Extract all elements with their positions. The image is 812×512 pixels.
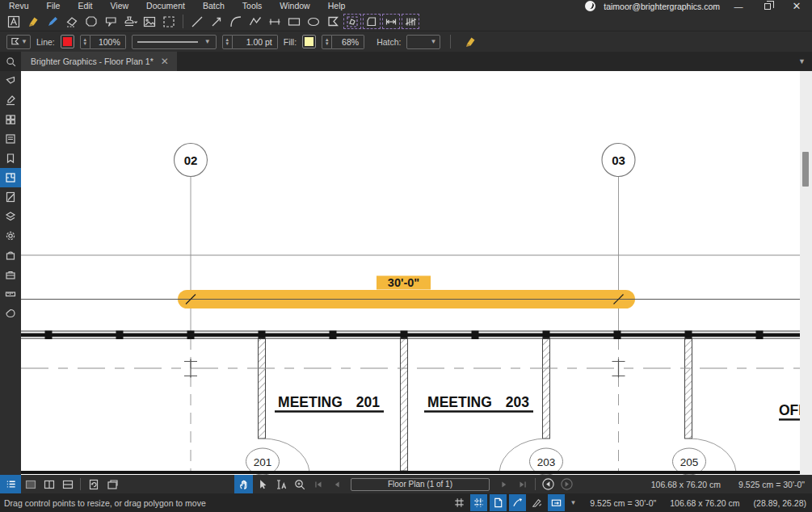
grid-bubble-03-label: 03: [612, 153, 625, 167]
status-coordinates: (28.89, 26.28): [754, 498, 806, 508]
snap-to-grid-toggle[interactable]: [470, 494, 487, 511]
line-opacity-stepper[interactable]: ▲▼ 100%: [80, 35, 126, 49]
measure-count-tool[interactable]: [401, 13, 420, 30]
menu-help[interactable]: Help: [319, 0, 355, 12]
line-opacity-value[interactable]: 100%: [90, 35, 126, 49]
previous-view-button[interactable]: [539, 475, 557, 493]
eraser-tool[interactable]: [62, 13, 82, 30]
panel-markups[interactable]: [0, 187, 21, 207]
last-page-button[interactable]: [513, 475, 532, 493]
tab-close-icon[interactable]: ✕: [161, 56, 169, 67]
line-width-stepper[interactable]: ▲▼ 1.00 pt: [222, 35, 278, 49]
select-tool-button[interactable]: [253, 475, 271, 493]
image-tool[interactable]: [140, 13, 159, 30]
previous-page-button[interactable]: [327, 475, 346, 493]
minimize-button[interactable]: —: [728, 1, 749, 11]
stepper-arrows-icon[interactable]: ▲▼: [222, 35, 233, 49]
line-style-dropdown[interactable]: ▼: [132, 35, 217, 49]
tab-list-chevron-icon[interactable]: ▼: [798, 57, 812, 65]
select-text-button[interactable]: [271, 475, 290, 493]
stepper-arrows-icon[interactable]: ▲▼: [322, 35, 332, 49]
panel-tool-chest[interactable]: [0, 265, 21, 284]
fill-color-swatch[interactable]: [302, 35, 316, 48]
first-page-button[interactable]: [309, 475, 327, 493]
menu-edit[interactable]: Edit: [69, 0, 101, 12]
snap-to-markup-toggle[interactable]: [509, 494, 526, 511]
panel-thumbnails[interactable]: [0, 110, 21, 129]
panel-signature[interactable]: [0, 90, 21, 110]
panel-file-access[interactable]: [0, 129, 21, 149]
rectangle-tool[interactable]: [284, 13, 304, 30]
reuse-markup-toggle[interactable]: [548, 494, 565, 511]
panel-measurements[interactable]: [0, 284, 21, 304]
vertical-scrollbar[interactable]: [800, 71, 812, 475]
restore-button[interactable]: [757, 1, 778, 11]
measure-polygon-tool[interactable]: [362, 13, 381, 30]
split-horizontal-button[interactable]: [58, 475, 77, 493]
polyline-tool[interactable]: [246, 13, 265, 30]
arrow-tool[interactable]: [207, 13, 226, 30]
arc-tool[interactable]: [226, 13, 246, 30]
line-tool[interactable]: [187, 13, 207, 30]
highlight-mode-button[interactable]: [461, 33, 480, 50]
snapshot-tool[interactable]: [159, 13, 179, 30]
next-view-button[interactable]: [557, 475, 576, 493]
panel-settings[interactable]: [0, 226, 21, 246]
current-tool-dropdown[interactable]: ▼: [6, 35, 31, 49]
highlighter-tool[interactable]: [23, 13, 43, 30]
line-color-swatch[interactable]: [61, 35, 74, 48]
search-button[interactable]: [0, 53, 21, 70]
stamp-tool[interactable]: [120, 13, 140, 30]
menu-tools[interactable]: Tools: [234, 0, 271, 12]
lasso-tool[interactable]: [82, 13, 101, 30]
detach-document-button[interactable]: [103, 475, 121, 493]
panel-studio[interactable]: [0, 246, 21, 265]
panel-layers[interactable]: [0, 207, 21, 226]
grid-toggle[interactable]: [451, 494, 468, 511]
ellipse-tool[interactable]: [304, 13, 323, 30]
pan-tool-button[interactable]: [234, 475, 253, 493]
snap-to-hatch-toggle[interactable]: [528, 494, 545, 511]
panel-properties[interactable]: [0, 71, 21, 90]
page-field[interactable]: Floor Plan (1 of 1): [351, 478, 490, 491]
hatch-dropdown[interactable]: ▼: [406, 35, 440, 49]
measure-area-tool[interactable]: [343, 13, 362, 30]
document-tab[interactable]: Brighter Graphics - Floor Plan 1* ✕: [21, 52, 177, 71]
search-icon: [5, 56, 17, 68]
panel-spaces[interactable]: [0, 168, 21, 187]
menu-file[interactable]: File: [38, 0, 69, 12]
menu-window[interactable]: Window: [271, 0, 318, 12]
fill-opacity-stepper[interactable]: ▲▼ 68%: [322, 35, 364, 49]
text-box-tool[interactable]: [4, 13, 23, 30]
account-email[interactable]: taimoor@brightergraphics.com: [604, 2, 720, 11]
panel-bookmarks[interactable]: [0, 149, 21, 168]
sync-views-button[interactable]: [84, 475, 103, 493]
split-vertical-button[interactable]: [40, 475, 58, 493]
dimension-tool[interactable]: [265, 13, 284, 30]
snap-to-content-toggle[interactable]: [490, 494, 507, 511]
polygon-tool[interactable]: [323, 13, 343, 30]
single-pane-button[interactable]: [21, 475, 40, 493]
panel-links[interactable]: [0, 304, 21, 323]
next-page-button[interactable]: [494, 475, 513, 493]
pen-tool[interactable]: [43, 13, 62, 30]
status-options-chevron-icon[interactable]: ▼: [570, 499, 576, 506]
scrollbar-thumb[interactable]: [802, 152, 809, 187]
door-tag-205-label: 205: [680, 456, 699, 468]
menu-revu[interactable]: Revu: [0, 0, 38, 12]
magnifier-icon: [293, 478, 306, 491]
markups-list-toggle[interactable]: [0, 475, 21, 493]
measurement-label[interactable]: 30'-0": [388, 276, 419, 289]
line-width-value[interactable]: 1.00 pt: [233, 35, 278, 49]
close-button[interactable]: ✕: [786, 1, 807, 11]
measure-length-tool[interactable]: [381, 13, 401, 30]
stepper-arrows-icon[interactable]: ▲▼: [80, 35, 90, 49]
callout-tool[interactable]: [101, 13, 120, 30]
menu-batch[interactable]: Batch: [194, 0, 234, 12]
zoom-tool-button[interactable]: [290, 475, 309, 493]
status-scale[interactable]: 9.525 cm = 30'-0": [590, 498, 656, 508]
menu-view[interactable]: View: [102, 0, 138, 12]
menu-document[interactable]: Document: [137, 0, 194, 12]
fill-opacity-value[interactable]: 68%: [332, 35, 364, 49]
pdf-canvas[interactable]: 30'-0" 02 03: [21, 71, 800, 475]
